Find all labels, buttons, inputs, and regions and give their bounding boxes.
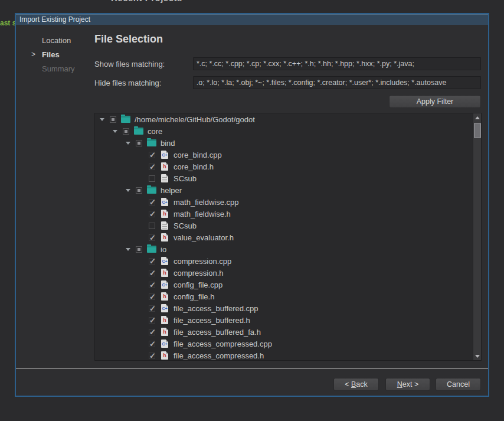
- cpp-file-icon: [161, 280, 168, 289]
- next-button[interactable]: Next >: [385, 378, 430, 391]
- file-name: SCsub: [174, 174, 197, 183]
- checkbox-partial[interactable]: [136, 246, 142, 253]
- tree-row: SCsub: [95, 220, 473, 231]
- expander-arrow-icon[interactable]: [112, 128, 118, 134]
- expander-arrow-icon[interactable]: [99, 116, 105, 122]
- checkbox-checked[interactable]: [149, 199, 155, 205]
- file-name: compression.cpp: [174, 257, 231, 266]
- wizard-step-location: Location: [42, 36, 71, 45]
- scrollbar-thumb[interactable]: [474, 123, 481, 138]
- import-existing-project-dialog: Import Existing Project Location > Files…: [15, 13, 489, 397]
- tree-row: file_access_compressed.h: [95, 350, 473, 360]
- header-file-icon: [161, 351, 168, 360]
- tree-row: compression.h: [95, 267, 473, 279]
- tree-row: core_bind.cpp: [95, 149, 473, 161]
- checkbox-partial[interactable]: [136, 187, 142, 194]
- text-file-icon: [161, 221, 168, 230]
- tree-row: file_access_buffered.h: [95, 314, 473, 326]
- file-tree: /home/michele/GitHub/Godot/godotcorebind…: [94, 113, 482, 361]
- checkbox-checked[interactable]: [149, 258, 155, 265]
- hide-files-matching-input[interactable]: [193, 76, 481, 89]
- cancel-button[interactable]: Cancel: [436, 378, 481, 391]
- page-title: File Selection: [94, 33, 163, 45]
- file-name: bind: [161, 139, 175, 148]
- checkbox-checked[interactable]: [149, 211, 155, 217]
- icon-wrap: [147, 246, 156, 253]
- dialog-title-bar[interactable]: Import Existing Project: [16, 14, 488, 25]
- cpp-file-icon: [161, 340, 168, 348]
- checkbox-checked[interactable]: [149, 270, 155, 276]
- folder-icon: [147, 187, 156, 194]
- checkbox-checked[interactable]: [149, 317, 155, 324]
- icon-wrap: [160, 269, 169, 277]
- tree-row: compression.cpp: [95, 255, 473, 267]
- scroll-down-icon[interactable]: [473, 352, 482, 360]
- tree-row: core_bind.h: [95, 161, 473, 172]
- checkbox-unchecked[interactable]: [149, 175, 155, 182]
- checkbox-checked[interactable]: [149, 305, 155, 312]
- wizard-step-files: Files: [42, 50, 60, 59]
- icon-wrap: [147, 139, 156, 146]
- file-tree-rows: /home/michele/GitHub/Godot/godotcorebind…: [95, 113, 473, 360]
- file-name: core_bind.h: [174, 162, 214, 171]
- file-name: value_evaluator.h: [174, 233, 234, 242]
- file-name: /home/michele/GitHub/Godot/godot: [135, 115, 255, 124]
- checkbox-partial[interactable]: [123, 128, 129, 135]
- background-clipped-text: ast s: [0, 19, 16, 27]
- icon-wrap: [160, 162, 169, 171]
- checkbox-partial[interactable]: [136, 140, 142, 146]
- tree-row: helper: [95, 184, 473, 196]
- cpp-file-icon: [161, 257, 168, 265]
- tree-row: bind: [95, 137, 473, 149]
- checkbox-checked[interactable]: [149, 282, 155, 288]
- icon-wrap: [121, 116, 130, 123]
- checkbox-checked[interactable]: [149, 341, 155, 347]
- file-name: io: [161, 245, 166, 254]
- checkbox-checked[interactable]: [149, 329, 155, 335]
- icon-wrap: [160, 340, 169, 348]
- tree-row: SCsub: [95, 172, 473, 184]
- back-button[interactable]: < Back: [333, 378, 379, 391]
- file-name: file_access_buffered.h: [174, 316, 250, 325]
- scroll-up-icon[interactable]: [473, 113, 482, 122]
- tree-row: file_access_buffered_fa.h: [95, 326, 473, 338]
- cpp-file-icon: [161, 151, 168, 159]
- tree-row: core: [95, 125, 473, 137]
- tree-row: config_file.cpp: [95, 279, 473, 291]
- header-file-icon: [161, 292, 168, 301]
- folder-icon: [147, 246, 156, 253]
- checkbox-checked[interactable]: [149, 164, 155, 170]
- checkbox-checked[interactable]: [149, 293, 155, 300]
- tree-scrollbar[interactable]: [473, 113, 481, 360]
- folder-icon: [134, 128, 143, 135]
- checkbox-unchecked[interactable]: [149, 223, 155, 229]
- expander-arrow-icon[interactable]: [125, 246, 131, 252]
- wizard-step-summary: Summary: [42, 64, 75, 73]
- checkbox-checked[interactable]: [149, 152, 155, 158]
- file-name: compression.h: [174, 269, 224, 278]
- checkbox-partial[interactable]: [110, 116, 116, 123]
- tree-row: /home/michele/GitHub/Godot/godot: [95, 113, 473, 125]
- icon-wrap: [160, 174, 169, 182]
- icon-wrap: [160, 304, 169, 312]
- expander-arrow-icon[interactable]: [125, 140, 131, 146]
- cpp-file-icon: [161, 198, 168, 206]
- icon-wrap: [160, 280, 169, 289]
- header-file-icon: [161, 233, 168, 241]
- icon-wrap: [134, 128, 143, 135]
- icon-wrap: [160, 198, 169, 206]
- checkbox-checked[interactable]: [149, 353, 155, 359]
- show-files-matching-input[interactable]: [193, 57, 481, 70]
- icon-wrap: [160, 151, 169, 159]
- file-name: SCsub: [174, 221, 197, 230]
- apply-filter-button[interactable]: Apply Filter: [389, 95, 481, 108]
- icon-wrap: [160, 316, 169, 324]
- file-name: file_access_buffered.cpp: [174, 304, 258, 313]
- checkbox-checked[interactable]: [149, 234, 155, 241]
- tree-row: io: [95, 243, 473, 255]
- file-name: config_file.h: [174, 292, 214, 301]
- tree-row: math_fieldwise.h: [95, 208, 473, 220]
- tree-row: file_access_compressed.cpp: [95, 338, 473, 350]
- footer-separator: [16, 368, 488, 369]
- expander-arrow-icon[interactable]: [125, 187, 131, 193]
